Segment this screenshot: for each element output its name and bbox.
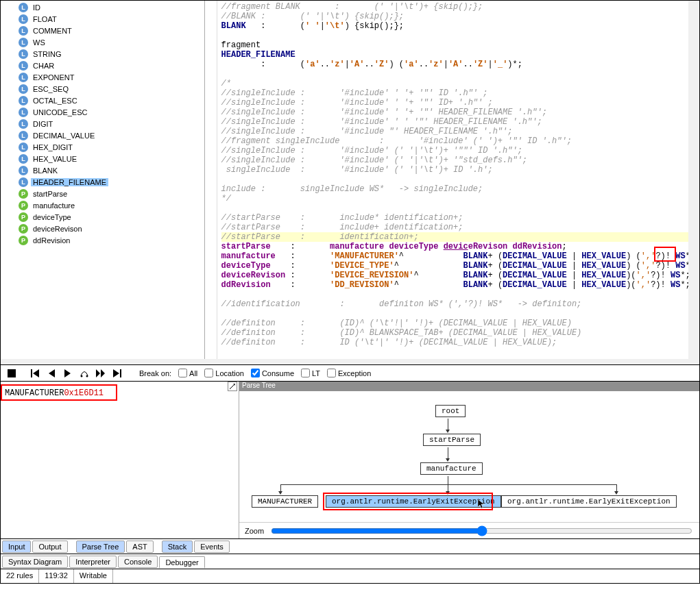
tree-item-label: deviceRevison: [31, 225, 84, 233]
lexer-rule-icon: L: [19, 131, 28, 140]
tree-item-label: HEADER_FILENAME: [31, 178, 108, 186]
tree-item-blank[interactable]: LBLANK: [1, 164, 204, 176]
rules-tree[interactable]: LIDLFLOATLCOMMENTLWSLSTRINGLCHARLEXPONEN…: [1, 1, 204, 246]
pt-node-root[interactable]: root: [435, 405, 466, 417]
tab-parse-tree[interactable]: Parse Tree: [76, 541, 125, 553]
stop-icon[interactable]: [5, 367, 19, 380]
tree-item-devicetype[interactable]: PdeviceType: [1, 211, 204, 223]
lexer-rule-icon: L: [19, 3, 28, 12]
zoom-row: Zoom: [239, 522, 699, 538]
lexer-rule-icon: L: [19, 61, 28, 71]
pt-node-manufacture[interactable]: manufacture: [420, 462, 483, 475]
tree-item-label: startParse: [31, 190, 69, 198]
tree-item-header_filename[interactable]: LHEADER_FILENAME: [1, 176, 204, 188]
zoom-slider[interactable]: [271, 525, 692, 536]
editor-code[interactable]: //fragment BLANK : (' '|'\t')+ {skip();}…: [217, 1, 699, 359]
editor-vscrollbar[interactable]: [688, 1, 699, 359]
status-bar: 22 rules 119:32 Writable: [0, 569, 700, 584]
tree-item-id[interactable]: LID: [1, 1, 204, 13]
parse-tree-header: Parse Tree: [239, 382, 699, 391]
svg-marker-8: [101, 369, 105, 377]
input-content[interactable]: MANUFACTURER0x1E6D11: [1, 382, 239, 402]
tree-item-label: DIGIT: [31, 120, 55, 128]
svg-marker-9: [113, 369, 119, 377]
tree-item-esc_seq[interactable]: LESC_SEQ: [1, 83, 204, 95]
lexer-rule-icon: L: [19, 14, 28, 24]
tab-events[interactable]: Events: [194, 541, 230, 553]
expand-icon[interactable]: [228, 382, 237, 391]
tab-syntax-diagram[interactable]: Syntax Diagram: [2, 556, 68, 568]
parser-rule-icon: P: [19, 212, 28, 222]
pt-node-leaf-exception-2[interactable]: org.antlr.runtime.EarlyExitException: [501, 495, 677, 508]
tree-item-label: manufacture: [31, 201, 77, 210]
break-on-lt[interactable]: LT: [301, 369, 320, 377]
debugger-toolbar: Break on: All Location Consume LT Except…: [0, 364, 700, 381]
tree-item-label: CHAR: [31, 62, 56, 70]
main-bottom-tabs: Syntax Diagram Interpreter Console Debug…: [0, 554, 700, 569]
lexer-rule-icon: L: [19, 26, 28, 36]
lexer-rule-icon: L: [19, 142, 28, 152]
tab-interpreter[interactable]: Interpreter: [69, 556, 117, 568]
editor-pane: //fragment BLANK : (' '|'\t')+ {skip();}…: [205, 1, 699, 359]
go-to-end-icon[interactable]: [110, 367, 124, 380]
svg-marker-7: [96, 369, 100, 377]
tab-debugger[interactable]: Debugger: [159, 556, 204, 569]
tree-item-hex_digit[interactable]: LHEX_DIGIT: [1, 141, 204, 153]
input-pane: MANUFACTURER0x1E6D11: [1, 382, 239, 538]
step-back-to-start-icon[interactable]: [28, 367, 42, 380]
break-on-location[interactable]: Location: [204, 369, 244, 377]
tab-output[interactable]: Output: [32, 541, 67, 553]
rules-tree-pane: LIDLFLOATLCOMMENTLWSLSTRINGLCHARLEXPONEN…: [1, 1, 205, 359]
pt-node-leaf-manufacturer[interactable]: MANUFACTURER: [252, 495, 318, 508]
fast-forward-icon[interactable]: [94, 367, 108, 380]
tree-item-comment[interactable]: LCOMMENT: [1, 25, 204, 36]
tree-item-ddrevision[interactable]: PddRevision: [1, 234, 204, 246]
tree-item-float[interactable]: LFLOAT: [1, 13, 204, 25]
tree-item-label: WS: [31, 38, 47, 47]
tab-ast[interactable]: AST: [126, 541, 153, 553]
svg-rect-10: [120, 369, 121, 377]
step-back-icon[interactable]: [45, 367, 58, 380]
tree-item-label: BLANK: [31, 166, 60, 175]
tree-item-manufacture[interactable]: Pmanufacture: [1, 199, 204, 211]
tree-item-octal_esc[interactable]: LOCTAL_ESC: [1, 95, 204, 106]
tree-item-label: OCTAL_ESC: [31, 97, 80, 105]
zoom-label: Zoom: [245, 527, 264, 535]
tree-item-hex_value[interactable]: LHEX_VALUE: [1, 153, 204, 164]
pt-node-startparse[interactable]: startParse: [423, 434, 481, 446]
tree-item-decimal_value[interactable]: LDECIMAL_VALUE: [1, 129, 204, 141]
lexer-rule-icon: L: [19, 49, 28, 59]
tab-input[interactable]: Input: [2, 541, 31, 553]
lexer-rule-icon: L: [19, 119, 28, 129]
tree-item-char[interactable]: LCHAR: [1, 60, 204, 71]
pt-node-leaf-exception-1[interactable]: org.antlr.runtime.EarlyExitException: [326, 495, 501, 508]
break-on-consume[interactable]: Consume: [251, 369, 294, 377]
break-on-exception[interactable]: Exception: [327, 369, 371, 377]
editor-hscrollbar[interactable]: [0, 359, 700, 364]
tree-item-string[interactable]: LSTRING: [1, 48, 204, 60]
cursor-icon: [478, 499, 485, 509]
tree-item-ws[interactable]: LWS: [1, 36, 204, 48]
parse-tree-canvas[interactable]: root startParse manufacture MANUFACTURER…: [239, 391, 699, 522]
step-over-icon[interactable]: [77, 367, 91, 380]
tree-item-exponent[interactable]: LEXPONENT: [1, 71, 204, 83]
lexer-rule-icon: L: [19, 177, 28, 187]
tree-item-label: COMMENT: [31, 27, 74, 35]
tab-console[interactable]: Console: [118, 556, 158, 568]
tab-stack[interactable]: Stack: [162, 541, 193, 553]
break-on-all[interactable]: All: [178, 369, 197, 377]
status-rules: 22 rules: [1, 569, 39, 583]
parser-rule-icon: P: [19, 189, 28, 199]
parser-rule-icon: P: [19, 236, 28, 245]
step-forward-icon[interactable]: [61, 367, 75, 380]
debugger-view-tabs: Input Output Parse Tree AST Stack Events: [0, 538, 700, 554]
lexer-rule-icon: L: [19, 84, 28, 94]
lexer-rule-icon: L: [19, 154, 28, 164]
tree-item-devicerevison[interactable]: PdeviceRevison: [1, 223, 204, 234]
tree-item-unicode_esc[interactable]: LUNICODE_ESC: [1, 106, 204, 118]
svg-marker-4: [64, 369, 71, 377]
svg-marker-2: [33, 369, 39, 377]
tree-item-digit[interactable]: LDIGIT: [1, 118, 204, 129]
editor-gutter: [205, 1, 217, 359]
tree-item-startparse[interactable]: PstartParse: [1, 188, 204, 199]
